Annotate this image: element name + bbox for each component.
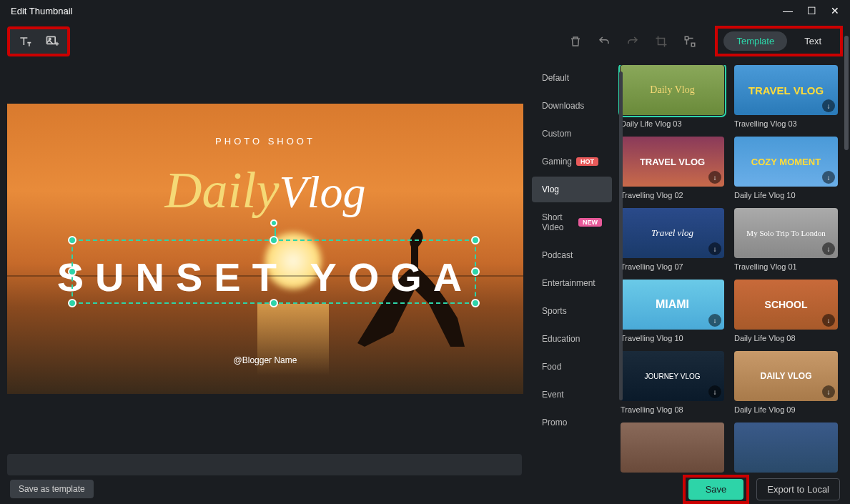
resize-handle-br[interactable] bbox=[471, 299, 480, 307]
templates-scrollbar[interactable] bbox=[844, 36, 849, 150]
category-item-gaming[interactable]: GamingHOT bbox=[532, 149, 612, 174]
badge-hot: HOT bbox=[576, 157, 598, 166]
svg-rect-3 bbox=[692, 43, 696, 46]
export-button[interactable]: Export to Local bbox=[756, 478, 840, 500]
category-label: Vlog bbox=[542, 184, 559, 194]
category-item-podcast[interactable]: Podcast bbox=[532, 242, 612, 268]
category-label: Podcast bbox=[542, 250, 573, 260]
side-panel: DefaultDownloadsCustomGamingHOTVlogShort… bbox=[529, 61, 844, 483]
redo-icon[interactable] bbox=[625, 34, 641, 49]
category-item-event[interactable]: Event bbox=[532, 382, 612, 407]
template-thumbnail: My Solo Trip To London↓ bbox=[734, 208, 838, 258]
resize-handle-bl[interactable] bbox=[68, 299, 76, 307]
rotate-handle[interactable] bbox=[270, 219, 277, 227]
template-label: Travelling Vlog 08 bbox=[621, 405, 724, 414]
download-icon[interactable]: ↓ bbox=[822, 171, 835, 184]
undo-icon[interactable] bbox=[596, 34, 612, 49]
resize-handle-mr[interactable] bbox=[471, 267, 480, 276]
edit-tools bbox=[568, 34, 706, 49]
category-item-entertainment[interactable]: Entertainment bbox=[532, 270, 612, 296]
download-icon[interactable]: ↓ bbox=[822, 385, 835, 398]
template-label: Travelling Vlog 01 bbox=[734, 262, 838, 271]
category-item-promo[interactable]: Promo bbox=[532, 410, 612, 435]
insert-tools-highlight bbox=[7, 26, 70, 56]
main-area: PHOTO SHOOT DailyVlog SUNSET YOGA @Blogg… bbox=[0, 61, 850, 483]
resize-handle-bm[interactable] bbox=[270, 299, 278, 307]
download-icon[interactable]: ↓ bbox=[822, 314, 835, 327]
save-button[interactable]: Save bbox=[688, 479, 744, 500]
thumbnail-canvas[interactable]: PHOTO SHOOT DailyVlog SUNSET YOGA @Blogg… bbox=[7, 104, 523, 394]
category-item-education[interactable]: Education bbox=[532, 326, 612, 352]
template-card[interactable]: TRAVEL VLOG↓Travelling Vlog 02 bbox=[621, 137, 724, 199]
template-label: Daily Life Vlog 10 bbox=[734, 191, 838, 199]
template-thumb-text: DAILY VLOG bbox=[760, 371, 811, 381]
template-card[interactable]: TRAVEL VLOG↓Travelling Vlog 03 bbox=[734, 65, 838, 128]
template-card[interactable]: SCHOOL↓Daily Life Vlog 08 bbox=[734, 280, 838, 342]
template-thumbnail: DAILY VLOG↓ bbox=[734, 351, 838, 401]
maximize-icon[interactable]: ☐ bbox=[807, 5, 816, 16]
add-text-icon[interactable] bbox=[17, 34, 33, 49]
canvas-bottom-strip bbox=[7, 454, 522, 475]
titlebar: Edit Thumbnail — ☐ ✕ bbox=[0, 0, 850, 21]
daily-vlog-text[interactable]: DailyVlog bbox=[7, 161, 523, 220]
category-item-downloads[interactable]: Downloads bbox=[532, 93, 612, 119]
category-item-vlog[interactable]: Vlog bbox=[532, 177, 612, 202]
category-list: DefaultDownloadsCustomGamingHOTVlogShort… bbox=[529, 65, 615, 483]
category-label: Event bbox=[542, 390, 564, 400]
category-item-default[interactable]: Default bbox=[532, 65, 612, 91]
download-icon[interactable]: ↓ bbox=[708, 171, 721, 184]
template-label: Daily Life Vlog 03 bbox=[621, 119, 724, 128]
crop-icon[interactable] bbox=[653, 34, 669, 49]
template-card[interactable]: My Solo Trip To London↓Travelling Vlog 0… bbox=[734, 208, 838, 271]
template-label: Travelling Vlog 10 bbox=[621, 334, 724, 342]
resize-handle-tm[interactable] bbox=[270, 236, 278, 244]
download-icon[interactable]: ↓ bbox=[708, 242, 721, 255]
toolbar: Template Text bbox=[0, 21, 850, 61]
tab-template[interactable]: Template bbox=[723, 31, 787, 51]
photo-shoot-text[interactable]: PHOTO SHOOT bbox=[7, 136, 523, 147]
template-thumb-text: TRAVEL VLOG bbox=[748, 84, 824, 97]
badge-new: NEW bbox=[578, 218, 602, 227]
template-card[interactable]: MIAMI↓Travelling Vlog 10 bbox=[621, 280, 724, 342]
category-label: Promo bbox=[542, 417, 567, 428]
transform-icon[interactable] bbox=[682, 34, 698, 49]
delete-icon[interactable] bbox=[568, 34, 583, 49]
text-selection-box[interactable] bbox=[71, 239, 476, 304]
category-item-short-video[interactable]: Short VideoNEW bbox=[532, 204, 612, 240]
category-item-sports[interactable]: Sports bbox=[532, 298, 612, 324]
category-label: Education bbox=[542, 334, 580, 344]
template-thumbnail: TRAVEL VLOG↓ bbox=[621, 137, 724, 187]
minimize-icon[interactable]: — bbox=[783, 5, 793, 16]
daily-word: Daily bbox=[165, 162, 280, 219]
template-thumb-text: JOURNEY VLOG bbox=[644, 372, 700, 380]
save-as-template-button[interactable]: Save as template bbox=[10, 480, 94, 498]
template-card[interactable] bbox=[621, 423, 724, 477]
tab-text[interactable]: Text bbox=[791, 31, 834, 51]
template-thumb-text: SCHOOL bbox=[765, 299, 808, 310]
template-label: Travelling Vlog 07 bbox=[621, 262, 724, 271]
download-icon[interactable]: ↓ bbox=[822, 242, 835, 255]
download-icon[interactable]: ↓ bbox=[708, 314, 721, 327]
close-icon[interactable]: ✕ bbox=[831, 5, 839, 16]
template-card[interactable]: Travel vlog↓Travelling Vlog 07 bbox=[621, 208, 724, 271]
download-icon[interactable]: ↓ bbox=[708, 385, 721, 398]
window-controls: — ☐ ✕ bbox=[783, 5, 839, 16]
category-item-food[interactable]: Food bbox=[532, 354, 612, 380]
template-card[interactable]: JOURNEY VLOG↓Travelling Vlog 08 bbox=[621, 351, 724, 414]
resize-handle-ml[interactable] bbox=[68, 267, 76, 276]
category-item-custom[interactable]: Custom bbox=[532, 121, 612, 147]
resize-handle-tr[interactable] bbox=[471, 236, 480, 244]
template-thumbnail bbox=[621, 423, 724, 473]
category-label: Food bbox=[542, 362, 561, 372]
add-image-icon[interactable] bbox=[44, 34, 60, 49]
resize-handle-tl[interactable] bbox=[68, 236, 76, 244]
template-thumb-text: COZY MOMENT bbox=[751, 157, 821, 167]
template-card[interactable] bbox=[734, 423, 838, 477]
category-scrollbar[interactable] bbox=[619, 71, 623, 400]
templates-grid: Daily VlogDaily Life Vlog 03TRAVEL VLOG↓… bbox=[615, 65, 844, 483]
template-card[interactable]: DAILY VLOG↓Daily Life Vlog 09 bbox=[734, 351, 838, 414]
template-card[interactable]: COZY MOMENT↓Daily Life Vlog 10 bbox=[734, 137, 838, 199]
template-card[interactable]: Daily VlogDaily Life Vlog 03 bbox=[621, 65, 724, 128]
download-icon[interactable]: ↓ bbox=[822, 99, 835, 112]
blogger-name-text[interactable]: @Blogger Name bbox=[7, 355, 523, 365]
